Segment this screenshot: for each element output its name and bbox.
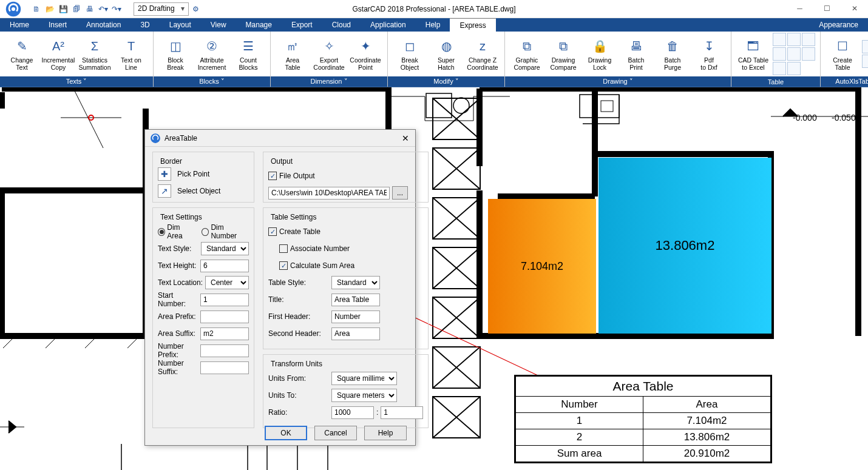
ribbon-create-table[interactable]: ☐CreateTable bbox=[826, 34, 860, 74]
ribbon-icon: z bbox=[473, 36, 492, 56]
menu-help[interactable]: Help bbox=[416, 18, 450, 32]
ribbon-small-btn[interactable] bbox=[862, 40, 868, 53]
help-button[interactable]: Help bbox=[364, 426, 407, 440]
ribbon-change-text[interactable]: ✎ChangeText bbox=[5, 34, 39, 74]
menu-appearance[interactable]: Appearance bbox=[809, 18, 868, 32]
dim-number-radio[interactable] bbox=[202, 228, 209, 236]
ribbon-statistics-summation[interactable]: ΣStatisticsSummation bbox=[78, 34, 112, 74]
table-style-label: Table Style: bbox=[268, 278, 331, 287]
ribbon-text-on-line[interactable]: TText onLine bbox=[114, 34, 148, 74]
ribbon-break-object[interactable]: ◻BreakObject bbox=[393, 34, 427, 74]
ribbon-group-texts[interactable]: Texts ˅ bbox=[0, 76, 153, 87]
pick-point-label: Pick Point bbox=[177, 170, 209, 178]
ribbon-drawing-lock[interactable]: 🔒DrawingLock bbox=[583, 34, 617, 74]
ribbon-small-btn[interactable] bbox=[787, 33, 801, 46]
num-prefix-input[interactable] bbox=[200, 344, 249, 357]
redo-icon[interactable]: ↷▾ bbox=[112, 4, 121, 14]
file-path-input[interactable] bbox=[268, 187, 390, 200]
ribbon-small-btn[interactable] bbox=[862, 55, 868, 68]
ok-button[interactable]: OK bbox=[265, 426, 307, 440]
cancel-button[interactable]: Cancel bbox=[314, 426, 357, 440]
ribbon-incremental-copy[interactable]: A²IncrementalCopy bbox=[41, 34, 75, 74]
text-style-select[interactable]: Standard bbox=[201, 242, 249, 255]
file-output-checkbox[interactable]: ✓ bbox=[268, 172, 277, 180]
title-input[interactable] bbox=[331, 294, 380, 306]
start-num-input[interactable] bbox=[200, 294, 249, 306]
ribbon-batch-purge[interactable]: 🗑BatchPurge bbox=[656, 34, 690, 74]
saveas-icon[interactable]: 🗐 bbox=[72, 4, 81, 14]
ribbon-export-coordinate[interactable]: ✧ExportCoordinate bbox=[312, 34, 346, 74]
ribbon-graphic-compare[interactable]: ⧉GraphicCompare bbox=[510, 34, 544, 74]
units-to-select[interactable]: Square meters bbox=[331, 389, 397, 402]
units-from-select[interactable]: Square millimeters bbox=[331, 372, 397, 385]
menu-view[interactable]: View bbox=[201, 18, 236, 32]
menu-express[interactable]: Express bbox=[450, 18, 495, 32]
ribbon-cad-table-to-excel[interactable]: 🗔CAD Tableto Excel bbox=[736, 34, 770, 74]
area-prefix-label: Area Prefix: bbox=[158, 312, 200, 321]
menu-layout[interactable]: Layout bbox=[160, 18, 201, 32]
ribbon-change-z-coordinate[interactable]: zChange ZCoordinate bbox=[466, 34, 500, 74]
menu-annotation[interactable]: Annotation bbox=[76, 18, 131, 32]
dim-text-1: -0.000 bbox=[793, 113, 817, 123]
menu-insert[interactable]: Insert bbox=[39, 18, 76, 32]
ribbon-small-btn[interactable] bbox=[787, 62, 801, 75]
ribbon-small-btn[interactable] bbox=[802, 33, 815, 46]
menu-3d[interactable]: 3D bbox=[131, 18, 159, 32]
ribbon-attribute-increment[interactable]: ②AttributeIncrement bbox=[195, 34, 229, 74]
text-height-input[interactable] bbox=[200, 260, 249, 272]
table-style-select[interactable]: Standard bbox=[331, 276, 380, 289]
ribbon-group-modify[interactable]: Modify ˅ bbox=[388, 76, 504, 87]
menu-cloud[interactable]: Cloud bbox=[322, 18, 361, 32]
print-icon[interactable]: 🖶 bbox=[85, 4, 95, 14]
ribbon-small-btn[interactable] bbox=[802, 47, 815, 61]
ribbon-group-autoxlstable[interactable]: AutoXlsTable ˅ bbox=[821, 76, 868, 87]
create-table-checkbox[interactable]: ✓ bbox=[268, 227, 277, 236]
assoc-number-checkbox[interactable] bbox=[279, 244, 288, 253]
first-hdr-input[interactable] bbox=[331, 311, 380, 323]
maximize-button[interactable]: ☐ bbox=[813, 0, 841, 17]
open-icon[interactable]: 📂 bbox=[45, 4, 55, 14]
calc-sum-checkbox[interactable]: ✓ bbox=[279, 261, 288, 270]
ribbon-group-dimension[interactable]: Dimension ˅ bbox=[271, 76, 387, 87]
ribbon-group-blocks[interactable]: Blocks ˅ bbox=[154, 76, 270, 87]
ratio-b-input[interactable] bbox=[381, 406, 423, 419]
ratio-a-input[interactable] bbox=[331, 406, 374, 419]
save-icon[interactable]: 💾 bbox=[58, 4, 68, 14]
ribbon-small-btn[interactable] bbox=[773, 62, 786, 75]
select-object-button[interactable]: ↗Select Object bbox=[158, 183, 249, 200]
ribbon-block-break[interactable]: ◫BlockBreak bbox=[158, 34, 192, 74]
minimize-button[interactable]: ─ bbox=[786, 0, 813, 17]
new-icon[interactable]: 🗎 bbox=[32, 4, 41, 14]
ribbon-count-blocks[interactable]: ☰CountBlocks bbox=[231, 34, 265, 74]
text-loc-select[interactable]: Center bbox=[205, 276, 249, 289]
dim-area-radio[interactable] bbox=[158, 228, 165, 236]
ribbon-drawing-compare[interactable]: ⧉DrawingCompare bbox=[546, 34, 580, 74]
ribbon-batch-print[interactable]: 🖶BatchPrint bbox=[619, 34, 653, 74]
browse-button[interactable]: ... bbox=[392, 186, 408, 200]
menu-application[interactable]: Application bbox=[361, 18, 416, 32]
menu-manage[interactable]: Manage bbox=[236, 18, 282, 32]
workspace-gear-icon[interactable]: ⚙ bbox=[192, 5, 199, 13]
ribbon-pdf-to-dxf[interactable]: ↧Pdfto Dxf bbox=[692, 34, 726, 74]
menu-home[interactable]: Home bbox=[0, 18, 39, 32]
undo-icon[interactable]: ↶▾ bbox=[98, 4, 108, 14]
dialog-titlebar[interactable]: AreaTable ✕ bbox=[145, 130, 415, 147]
text-loc-label: Text Location: bbox=[158, 278, 205, 287]
ribbon-small-btn[interactable] bbox=[787, 47, 801, 61]
ribbon-area-table[interactable]: ㎡AreaTable bbox=[276, 34, 310, 74]
dialog-close-button[interactable]: ✕ bbox=[398, 132, 413, 144]
close-button[interactable]: ✕ bbox=[841, 0, 868, 17]
num-suffix-input[interactable] bbox=[200, 361, 249, 374]
area-prefix-input[interactable] bbox=[200, 311, 249, 323]
ribbon-group-drawing[interactable]: Drawing ˅ bbox=[505, 76, 731, 87]
quick-access-toolbar: 🗎 📂 💾 🗐 🖶 ↶▾ ↷▾ bbox=[27, 4, 126, 14]
pick-point-button[interactable]: ✚Pick Point bbox=[158, 166, 249, 183]
area-suffix-input[interactable] bbox=[200, 327, 249, 340]
ribbon-small-btn[interactable] bbox=[773, 33, 786, 46]
menu-export[interactable]: Export bbox=[282, 18, 322, 32]
ribbon-coordinate-point[interactable]: ✦CoordinatePoint bbox=[348, 34, 382, 74]
second-hdr-input[interactable] bbox=[331, 327, 380, 340]
ribbon-small-btn[interactable] bbox=[773, 47, 786, 61]
ribbon-super-hatch[interactable]: ◍SuperHatch bbox=[429, 34, 463, 74]
workspace-select[interactable]: 2D Drafting bbox=[134, 2, 189, 16]
